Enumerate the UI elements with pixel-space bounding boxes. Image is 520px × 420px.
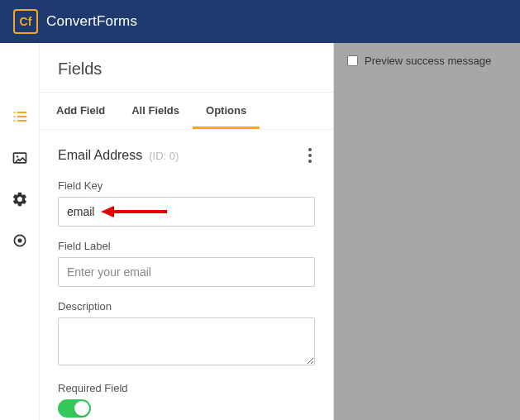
- tab-add-field[interactable]: Add Field: [43, 93, 118, 129]
- sidebar-vertical-tabs: [0, 43, 39, 420]
- section-header: Email Address (ID: 0): [58, 145, 315, 166]
- image-icon[interactable]: [11, 149, 29, 167]
- fields-panel: Fields Add Field All Fields Options Emai…: [39, 43, 334, 420]
- field-key-input[interactable]: [58, 197, 315, 227]
- field-label-group: Field Label: [58, 240, 315, 287]
- svg-point-4: [13, 120, 15, 122]
- svg-point-9: [17, 239, 21, 243]
- tab-options[interactable]: Options: [193, 93, 260, 129]
- tab-all-fields[interactable]: All Fields: [118, 93, 193, 129]
- preview-success-label: Preview success message: [365, 55, 491, 67]
- required-field-group: Required Field: [58, 382, 315, 418]
- svg-point-2: [13, 116, 15, 117]
- field-label-label: Field Label: [58, 240, 315, 252]
- field-id-hint: (ID: 0): [149, 150, 179, 162]
- description-group: Description: [58, 300, 315, 369]
- top-bar: Cf ConvertForms: [0, 0, 520, 43]
- section-title: Email Address (ID: 0): [58, 148, 179, 163]
- required-field-label: Required Field: [58, 382, 315, 394]
- svg-point-7: [16, 155, 17, 157]
- brand-name: ConvertForms: [46, 13, 137, 30]
- panel-tabs: Add Field All Fields Options: [40, 92, 333, 130]
- main-area: Fields Add Field All Fields Options Emai…: [0, 43, 520, 420]
- options-section: Email Address (ID: 0) Field Key Field La…: [40, 130, 333, 420]
- field-key-group: Field Key: [58, 179, 315, 227]
- description-input[interactable]: [58, 317, 315, 365]
- preview-area: Preview success message: [334, 43, 520, 420]
- svg-point-0: [13, 112, 15, 113]
- kebab-menu-icon[interactable]: [305, 145, 315, 166]
- field-key-label: Field Key: [58, 179, 315, 192]
- field-type-name: Email Address: [58, 148, 142, 163]
- preview-checkbox-row: Preview success message: [347, 55, 507, 67]
- logo-badge: Cf: [13, 9, 38, 34]
- gear-icon[interactable]: [11, 190, 29, 208]
- panel-title: Fields: [40, 43, 333, 92]
- preview-success-checkbox[interactable]: [347, 55, 358, 66]
- list-icon[interactable]: [11, 107, 29, 126]
- target-icon[interactable]: [11, 231, 29, 250]
- description-label: Description: [58, 300, 315, 313]
- field-label-input[interactable]: [58, 257, 315, 287]
- required-field-toggle[interactable]: [58, 399, 91, 418]
